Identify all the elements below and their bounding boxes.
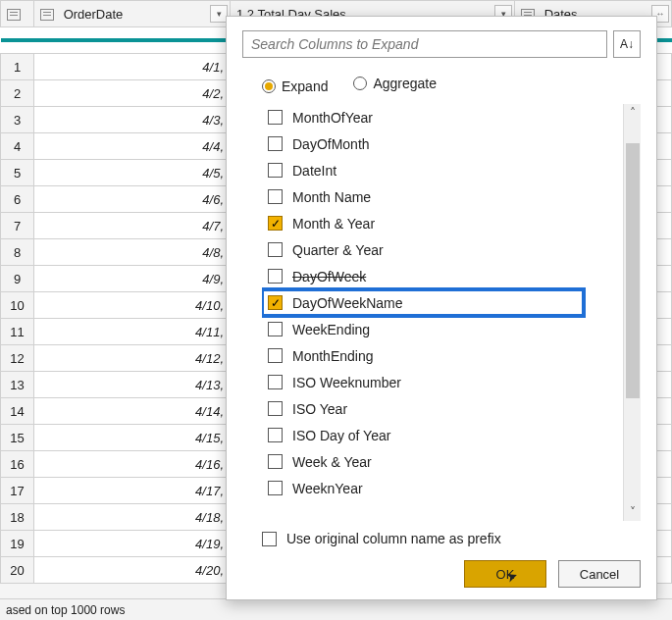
column-option[interactable]: Quarter & Year <box>262 236 623 263</box>
column-option-label: MonthEnding <box>292 348 374 364</box>
ok-button[interactable]: OK ➤ <box>464 560 546 588</box>
checkbox[interactable] <box>268 428 283 442</box>
status-bar: ased on top 1000 rows <box>0 598 672 620</box>
checkbox[interactable] <box>268 375 283 389</box>
radio-expand[interactable]: Expand <box>262 78 328 94</box>
cell-orderdate[interactable]: 4/8, <box>34 239 231 266</box>
scroll-up-icon[interactable]: ˄ <box>630 106 636 120</box>
radio-dot-icon <box>262 79 276 93</box>
row-number: 20 <box>1 557 34 584</box>
column-option[interactable]: WeekEnding <box>262 316 623 342</box>
row-number: 4 <box>1 133 34 160</box>
checkbox[interactable]: ✓ <box>268 216 283 231</box>
column-option-label: WeeknYear <box>292 481 363 496</box>
column-option[interactable]: ISO Year <box>262 395 623 422</box>
row-number: 9 <box>1 266 34 292</box>
scroll-down-icon[interactable]: ˅ <box>630 505 636 519</box>
checkbox[interactable] <box>268 348 283 363</box>
column-option[interactable]: ✓DayOfWeekName <box>262 289 584 316</box>
search-input[interactable] <box>242 30 607 58</box>
cell-orderdate[interactable]: 4/18, <box>34 504 231 531</box>
cancel-button[interactable]: Cancel <box>558 560 641 588</box>
checkbox[interactable]: ✓ <box>268 295 283 310</box>
expand-columns-popup: A↓ Expand Aggregate MonthOfYearDayOfMont… <box>226 16 657 600</box>
checkbox[interactable] <box>268 189 283 204</box>
column-option[interactable]: DayOfMonth <box>262 130 623 157</box>
column-option-label: ISO Year <box>292 401 347 417</box>
row-number: 15 <box>1 425 34 451</box>
column-option-label: WeekEnding <box>292 322 370 337</box>
row-number: 18 <box>1 504 34 531</box>
cell-orderdate[interactable]: 4/3, <box>34 107 231 133</box>
cell-orderdate[interactable]: 4/14, <box>34 398 231 425</box>
cell-orderdate[interactable]: 4/15, <box>34 425 231 451</box>
cell-orderdate[interactable]: 4/17, <box>34 478 231 504</box>
checkbox[interactable] <box>268 401 283 416</box>
checkbox[interactable] <box>268 136 283 151</box>
column-option-label: DateInt <box>292 163 336 179</box>
column-option-label: Month Name <box>292 189 371 205</box>
checkbox[interactable] <box>268 269 283 284</box>
row-number: 16 <box>1 451 34 478</box>
button-label: OK <box>496 567 515 582</box>
checkbox[interactable] <box>268 163 283 178</box>
cell-orderdate[interactable]: 4/20, <box>34 557 231 584</box>
checkbox[interactable] <box>268 481 283 495</box>
row-header-blank <box>1 1 34 27</box>
button-label: Cancel <box>580 567 619 582</box>
scrollbar[interactable]: ˄ ˅ <box>623 104 641 521</box>
column-header-orderdate[interactable]: OrderDate ▾ <box>34 1 231 27</box>
checkbox[interactable] <box>268 454 283 469</box>
prefix-checkbox[interactable] <box>262 532 277 546</box>
column-option[interactable]: Week & Year <box>262 448 623 475</box>
column-option[interactable]: ISO Day of Year <box>262 422 623 448</box>
cell-orderdate[interactable]: 4/4, <box>34 133 231 160</box>
cell-orderdate[interactable]: 4/6, <box>34 186 231 213</box>
radio-aggregate[interactable]: Aggregate <box>353 76 437 91</box>
scroll-thumb[interactable] <box>626 143 640 398</box>
cell-orderdate[interactable]: 4/5, <box>34 160 231 186</box>
column-option-label: Week & Year <box>292 454 372 470</box>
row-number: 3 <box>1 107 34 133</box>
cell-orderdate[interactable]: 4/19, <box>34 531 231 557</box>
column-option-label: MonthOfYear <box>292 110 373 126</box>
cell-orderdate[interactable]: 4/10, <box>34 292 231 319</box>
checkbox[interactable] <box>268 322 283 336</box>
row-number: 10 <box>1 292 34 319</box>
sort-button[interactable]: A↓ <box>613 30 641 58</box>
cell-orderdate[interactable]: 4/9, <box>34 266 231 292</box>
cell-orderdate[interactable]: 4/11, <box>34 319 231 345</box>
cell-orderdate[interactable]: 4/12, <box>34 345 231 372</box>
column-option[interactable]: ✓Month & Year <box>262 210 623 236</box>
row-number: 19 <box>1 531 34 557</box>
sort-icon: A↓ <box>620 37 634 51</box>
column-option[interactable]: Month Name <box>262 183 623 210</box>
cell-orderdate[interactable]: 4/2, <box>34 80 231 107</box>
table-icon <box>7 9 21 21</box>
radio-dot-icon <box>353 77 367 90</box>
cell-orderdate[interactable]: 4/16, <box>34 451 231 478</box>
column-label: OrderDate <box>64 7 124 22</box>
cell-orderdate[interactable]: 4/13, <box>34 372 231 398</box>
column-option[interactable]: MonthEnding <box>262 342 623 369</box>
cell-orderdate[interactable]: 4/1, <box>34 54 231 80</box>
column-option-label: ISO Day of Year <box>292 428 390 443</box>
column-option[interactable]: DayOfWeek <box>262 263 623 289</box>
column-option-label: ISO Weeknumber <box>292 375 401 390</box>
row-number: 14 <box>1 398 34 425</box>
row-number: 6 <box>1 186 34 213</box>
mode-radio-group: Expand Aggregate <box>262 76 641 94</box>
cell-orderdate[interactable]: 4/7, <box>34 213 231 239</box>
column-option[interactable]: DateInt <box>262 157 623 183</box>
column-option[interactable]: WeeknYear <box>262 475 623 501</box>
column-option-label: DayOfMonth <box>292 136 370 152</box>
checkbox[interactable] <box>268 242 283 257</box>
checkbox[interactable] <box>268 110 283 125</box>
column-option[interactable]: MonthOfYear <box>262 104 623 130</box>
row-number: 8 <box>1 239 34 266</box>
column-option[interactable]: ISO Weeknumber <box>262 369 623 395</box>
radio-label: Expand <box>282 78 328 94</box>
column-option-label: DayOfWeek <box>292 269 366 284</box>
row-number: 11 <box>1 319 34 345</box>
column-option-label: Quarter & Year <box>292 242 384 258</box>
